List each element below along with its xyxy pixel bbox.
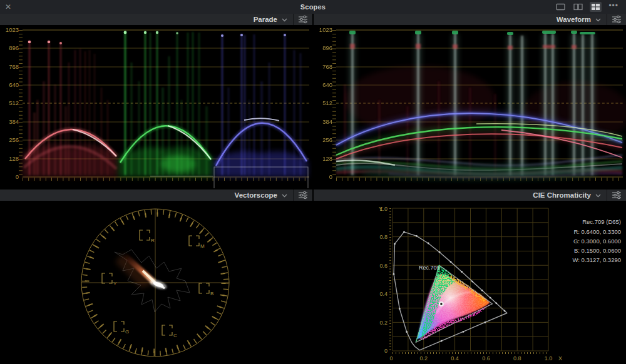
svg-text:G: G xyxy=(125,329,129,335)
cie-blue-coords: B: 0.1500, 0.0600 xyxy=(573,246,621,255)
single-view-icon[interactable] xyxy=(555,2,567,12)
svg-text:B: B xyxy=(210,291,213,296)
svg-text:0.2: 0.2 xyxy=(420,355,428,361)
cie-header: CIE Chromaticity xyxy=(314,190,626,201)
svg-text:1023: 1023 xyxy=(319,26,332,33)
window-title: Scopes xyxy=(0,3,626,11)
svg-text:0: 0 xyxy=(16,173,19,180)
svg-text:512: 512 xyxy=(322,99,332,106)
cie-gamut-title: Rec.709 (D65) xyxy=(573,217,621,226)
dual-view-icon[interactable] xyxy=(572,2,584,12)
svg-text:0.8: 0.8 xyxy=(513,355,521,361)
svg-text:0.6: 0.6 xyxy=(482,355,490,361)
svg-text:X: X xyxy=(558,355,562,361)
svg-text:768: 768 xyxy=(9,63,19,70)
svg-text:0.4: 0.4 xyxy=(379,291,387,297)
waveform-header: Waveform xyxy=(314,14,626,25)
svg-text:128: 128 xyxy=(9,155,19,162)
vectorscope-canvas: R M B C G Y xyxy=(0,201,312,364)
vectorscope-panel: Vectorscope xyxy=(0,190,312,364)
titlebar: ✕ Scopes ••• xyxy=(0,0,626,14)
parade-scope-selector[interactable]: Parade xyxy=(254,16,277,23)
vectorscope-scope-selector[interactable]: Vectorscope xyxy=(235,191,277,199)
svg-text:0: 0 xyxy=(329,173,332,180)
svg-text:384: 384 xyxy=(9,118,19,125)
layout-switcher: ••• xyxy=(555,0,620,14)
svg-text:512: 512 xyxy=(9,99,19,106)
chevron-down-icon[interactable] xyxy=(595,194,601,198)
svg-text:896: 896 xyxy=(9,44,19,51)
vectorscope-header: Vectorscope xyxy=(0,190,312,201)
svg-text:0.8: 0.8 xyxy=(379,234,387,240)
svg-text:0.4: 0.4 xyxy=(451,355,459,361)
cie-white-coords: W: 0.3127, 0.3290 xyxy=(573,255,621,265)
cie-settings-icon[interactable] xyxy=(607,190,626,201)
quad-view-icon[interactable] xyxy=(590,2,602,12)
cie-info-readout: Rec.709 (D65) R: 0.6400, 0.3300 G: 0.300… xyxy=(573,217,621,265)
waveform-panel: Waveform xyxy=(314,14,626,188)
svg-text:M: M xyxy=(200,243,205,249)
waveform-scope-canvas: 1023 896 768 640 512 384 256 128 0 xyxy=(314,25,626,188)
close-icon[interactable]: ✕ xyxy=(5,0,11,14)
waveform-scope-selector[interactable]: Waveform xyxy=(557,16,591,23)
svg-text:0: 0 xyxy=(384,348,387,354)
cie-red-coords: R: 0.6400, 0.3300 xyxy=(573,227,621,236)
svg-text:256: 256 xyxy=(9,136,19,143)
svg-text:1023: 1023 xyxy=(6,26,19,33)
svg-text:256: 256 xyxy=(322,136,332,143)
gamut-label: Rec.709 xyxy=(419,265,440,271)
scopes-window: ✕ Scopes ••• Parade xyxy=(0,0,626,364)
svg-text:1.0: 1.0 xyxy=(379,206,387,212)
cie-panel: CIE Chromaticity xyxy=(314,190,626,364)
parade-header: Parade xyxy=(0,14,312,25)
chevron-down-icon[interactable] xyxy=(282,18,287,22)
svg-text:Y: Y xyxy=(113,281,117,286)
svg-text:384: 384 xyxy=(322,118,332,125)
chevron-down-icon[interactable] xyxy=(595,18,601,22)
svg-text:R: R xyxy=(151,238,155,243)
vectorscope-settings-icon[interactable] xyxy=(294,190,312,201)
waveform-settings-icon[interactable] xyxy=(607,14,626,25)
svg-text:896: 896 xyxy=(322,44,332,51)
svg-text:128: 128 xyxy=(322,155,332,162)
svg-text:C: C xyxy=(173,333,177,338)
parade-settings-icon[interactable] xyxy=(294,14,312,25)
cie-green-coords: G: 0.3000, 0.6000 xyxy=(573,236,621,246)
svg-text:0: 0 xyxy=(389,355,393,361)
svg-text:0.6: 0.6 xyxy=(379,263,387,269)
chevron-down-icon[interactable] xyxy=(282,194,287,198)
svg-text:768: 768 xyxy=(322,63,332,70)
scope-grid: Parade xyxy=(0,14,626,364)
svg-text:0.2: 0.2 xyxy=(379,320,387,326)
cie-canvas: Y 1.0 0.8 0.6 0.4 0.2 0 0 0.2 0.4 0.6 0.… xyxy=(314,201,626,364)
more-options-icon[interactable]: ••• xyxy=(607,2,620,12)
parade-panel: Parade xyxy=(0,14,312,188)
parade-scope-canvas: 1023 896 768 640 512 384 256 128 0 xyxy=(0,25,312,188)
svg-text:640: 640 xyxy=(9,81,19,88)
cie-scope-selector[interactable]: CIE Chromaticity xyxy=(533,191,591,199)
svg-text:1.0: 1.0 xyxy=(545,355,553,361)
svg-text:640: 640 xyxy=(322,81,332,88)
